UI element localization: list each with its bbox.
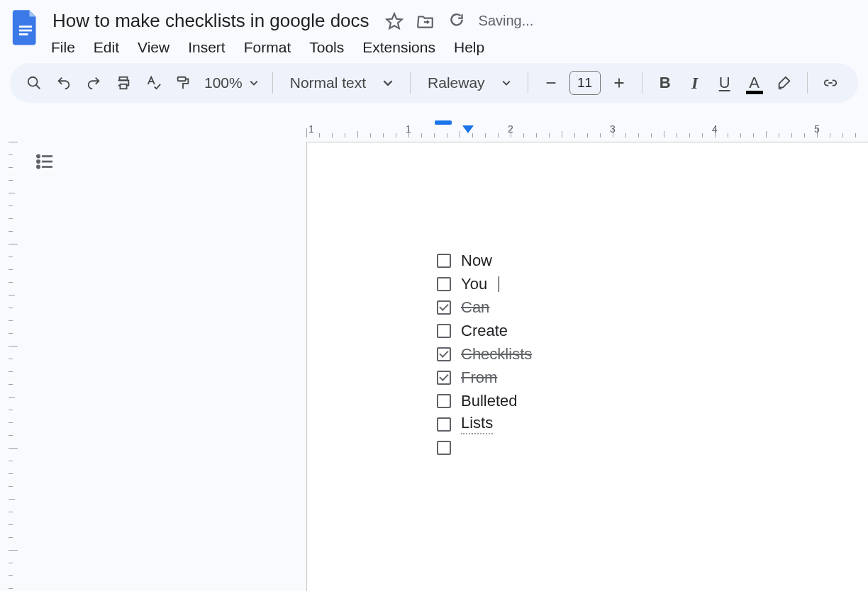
checklist-item[interactable]: Create [437,319,532,342]
svg-rect-2 [19,33,28,35]
italic-button[interactable]: I [682,70,708,96]
menu-view[interactable]: View [138,39,169,56]
undo-icon[interactable] [51,70,77,96]
font-size-input[interactable] [569,71,601,95]
checklist-item[interactable]: Can [437,296,532,319]
text-color-button[interactable]: A [742,70,767,96]
checkbox-icon[interactable] [437,394,451,408]
checklist: NowYouCanCreateChecklistsFromBulletedLis… [437,249,532,459]
ruler-label: 2 [508,123,513,135]
vertical-ruler[interactable] [9,142,23,591]
checklist-item[interactable] [437,436,532,459]
menu-edit[interactable]: Edit [94,39,119,56]
ruler-label: 5 [814,123,820,135]
text-cursor [499,276,499,292]
checklist-item-text[interactable]: Now [461,252,492,270]
paragraph-style-select[interactable]: Normal text [283,74,400,91]
ruler-label: 3 [610,123,616,135]
svg-point-3 [28,77,38,86]
ruler-label: 1 [308,123,314,135]
insert-link-button[interactable] [818,70,843,96]
move-icon[interactable] [416,12,435,30]
checklist-item[interactable]: Lists [437,412,532,436]
document-page[interactable]: NowYouCanCreateChecklistsFromBulletedLis… [306,142,868,591]
checklist-item[interactable]: Now [437,249,532,272]
font-select[interactable]: Raleway [421,74,518,91]
search-menus-icon[interactable] [21,70,47,96]
spellcheck-icon[interactable] [140,70,166,96]
separator [642,72,642,94]
increase-font-size-icon[interactable] [606,70,632,96]
zoom-select[interactable]: 100% [200,74,262,91]
chevron-down-icon [250,80,258,86]
ruler-label: 4 [712,123,718,135]
star-icon[interactable] [385,12,404,30]
svg-rect-1 [19,30,32,32]
svg-point-8 [37,160,39,162]
checkbox-icon[interactable] [437,371,451,385]
checkbox-icon[interactable] [437,441,451,455]
highlight-color-button[interactable] [772,70,797,96]
menu-format[interactable]: Format [244,39,291,56]
chevron-down-icon [383,78,393,88]
checkbox-icon[interactable] [437,254,451,268]
document-outline-button[interactable] [33,149,58,174]
ruler-label: 1 [406,123,411,135]
paint-format-icon[interactable] [170,70,196,96]
svg-rect-6 [178,77,186,81]
underline-button[interactable]: U [712,70,738,96]
checkbox-icon[interactable] [437,277,451,291]
save-status: Saving... [479,13,534,29]
checkbox-icon[interactable] [437,347,451,361]
horizontal-ruler[interactable]: 1 123456 [9,120,868,137]
left-indent-handle[interactable] [462,125,474,133]
redo-icon[interactable] [81,70,106,96]
separator [272,72,273,94]
checklist-item[interactable]: Checklists [437,342,532,366]
paragraph-style-label: Normal text [290,74,366,91]
menu-extensions[interactable]: Extensions [362,39,435,56]
toolbar: 100% Normal text Raleway B I U A [10,63,858,103]
menu-help[interactable]: Help [454,39,484,56]
checklist-item[interactable]: Bulleted [437,389,532,412]
separator [807,72,808,94]
print-icon[interactable] [111,70,136,96]
svg-rect-0 [19,26,32,28]
checklist-item-text[interactable]: You [461,275,487,293]
menu-insert[interactable]: Insert [188,39,226,56]
cloud-sync-icon[interactable] [447,12,466,30]
decrease-font-size-icon[interactable] [538,70,564,96]
svg-rect-5 [120,84,126,89]
font-label: Raleway [428,74,485,91]
checkbox-icon[interactable] [437,417,451,432]
checklist-item[interactable]: You [437,272,532,296]
menu-tools[interactable]: Tools [309,39,344,56]
checklist-item-text[interactable]: Can [461,298,489,317]
checklist-item-text[interactable]: From [461,368,497,387]
separator [528,72,528,94]
checkbox-icon[interactable] [437,324,451,338]
docs-logo[interactable] [10,6,41,48]
bold-button[interactable]: B [652,70,678,96]
document-title[interactable]: How to make checklists in google docs [50,9,372,33]
checklist-item-text[interactable]: Bulleted [461,392,518,410]
menu-bar: File Edit View Insert Format Tools Exten… [50,35,533,63]
first-line-indent-handle[interactable] [435,120,452,125]
checklist-item-text[interactable]: Lists [461,414,493,434]
menu-file[interactable]: File [51,39,75,56]
separator [410,72,411,94]
chevron-down-icon [502,80,511,86]
checkbox-icon[interactable] [437,300,451,315]
svg-point-7 [37,155,39,157]
svg-point-9 [37,166,39,168]
checklist-item[interactable]: From [437,366,532,389]
zoom-value: 100% [204,74,243,91]
checklist-item-text[interactable]: Checklists [461,345,532,364]
checklist-item-text[interactable]: Create [461,322,508,340]
